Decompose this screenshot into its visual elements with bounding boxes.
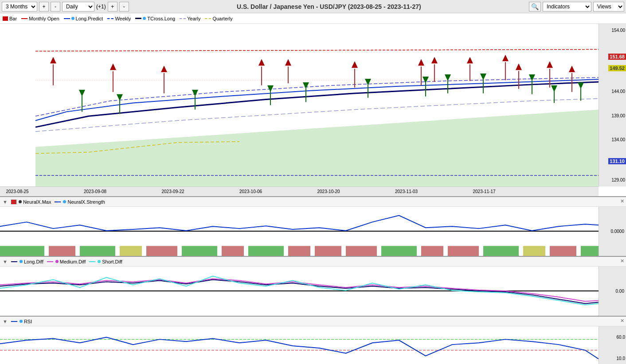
mediumdiff-icon [47, 261, 53, 262]
svg-marker-4 [110, 63, 116, 70]
time-label-6: 2023-11-03 [395, 189, 418, 194]
svg-rect-61 [222, 246, 244, 256]
time-label-7: 2023-11-17 [473, 189, 496, 194]
svg-rect-66 [381, 246, 417, 256]
neuralxstrength-icon [55, 201, 61, 202]
svg-rect-67 [421, 246, 443, 256]
panel-collapse-neuralx[interactable]: ▼ [3, 199, 8, 205]
svg-rect-59 [146, 246, 177, 256]
price-139: 139.00 [611, 113, 625, 118]
svg-rect-62 [248, 246, 284, 256]
offset-sub-btn[interactable]: - [119, 2, 129, 12]
legend-tcross-label: TCross.Long [147, 16, 175, 21]
panel-close-neuralx[interactable]: ✕ [620, 198, 624, 204]
legend-quarterly-icon [205, 18, 211, 19]
svg-rect-70 [523, 246, 545, 256]
neuralx-price-axis: 0.0000 [599, 207, 626, 256]
rsi-svg [0, 326, 599, 364]
longdiff-icon [11, 261, 17, 262]
neuralxstrength-dot [63, 200, 66, 203]
panel-collapse-rsi[interactable]: ▼ [3, 319, 8, 324]
svg-marker-12 [502, 54, 509, 61]
svg-marker-0 [35, 109, 599, 186]
rsi-legend: ▼ RSI ✕ [0, 317, 626, 326]
diff-legend: ▼ Long.Diff Medium.Diff Short.Diff ✕ [0, 257, 626, 267]
legend-longpredict-dot [71, 17, 74, 20]
panel-collapse-diff[interactable]: ▼ [3, 259, 8, 264]
legend-long-predict: Long.Predict [64, 16, 103, 21]
legend-rsi: RSI [11, 319, 32, 324]
svg-line-1 [35, 50, 599, 51]
svg-marker-6 [258, 59, 265, 66]
rsi-10-label: 10.0 [617, 356, 625, 361]
time-label-1: 2023-08-25 [6, 189, 29, 194]
legend-neuralxmax: NeuralX.Max [11, 199, 51, 205]
svg-rect-57 [80, 246, 115, 256]
neuralx-svg [0, 207, 599, 256]
rsi-dot [20, 320, 23, 323]
views-select[interactable]: Views [593, 2, 624, 12]
time-axis: 2023-08-25 2023-09-08 2023-09-22 2023-10… [0, 186, 599, 196]
panel-close-diff[interactable]: ✕ [620, 258, 624, 264]
legend-weekly-icon [107, 18, 113, 19]
time-label-2: 2023-09-08 [84, 189, 106, 194]
rsi-price-axis: 60.0 10.0 [599, 326, 626, 364]
neuralx-panel: ▼ NeuralX.Max NeuralX.Strength ✕ [0, 197, 626, 257]
rsi-icon [11, 321, 17, 322]
diff-svg [0, 267, 599, 316]
legend-bar: Bar [3, 16, 17, 21]
neuralxmax-dot [19, 200, 22, 203]
period-sub-btn[interactable]: - [51, 2, 60, 12]
rsi-chart-area[interactable] [0, 326, 599, 364]
svg-rect-55 [0, 246, 44, 256]
legend-yearly: Yearly [180, 16, 200, 21]
legend-tcross-dot [143, 17, 146, 20]
longdiff-dot [20, 260, 23, 263]
interval-select[interactable]: Daily Weekly Monthly [62, 2, 94, 12]
search-btn[interactable]: 🔍 [529, 2, 541, 12]
period-select[interactable]: 3 Months 1 Day 1 Week 1 Month 6 Months 1… [2, 2, 37, 12]
legend-weekly: Weekly [107, 16, 131, 21]
svg-marker-14 [547, 61, 553, 68]
svg-rect-69 [483, 246, 519, 256]
legend-mediumdiff: Medium.Diff [47, 259, 86, 264]
toolbar: 3 Months 1 Day 1 Week 1 Month 6 Months 1… [0, 0, 626, 13]
rsi-panel: ▼ RSI ✕ 60.0 10.0 [0, 317, 626, 364]
diff-chart-area[interactable] [0, 267, 599, 316]
neuralx-chart-area[interactable] [0, 207, 599, 256]
price-axis: 154.00 151.68 149.52 144.00 139.00 134.0… [599, 24, 626, 186]
offset-add-btn[interactable]: + [108, 2, 117, 12]
price-154: 154.00 [611, 28, 625, 33]
legend-longpredict-label: Long.Predict [76, 16, 103, 21]
svg-marker-3 [50, 57, 56, 63]
legend-longdiff: Long.Diff [11, 259, 43, 264]
svg-marker-15 [569, 66, 575, 72]
price-129: 129.00 [611, 178, 625, 182]
svg-rect-68 [448, 246, 479, 256]
period-add-btn[interactable]: + [39, 2, 49, 12]
indicators-select[interactable]: Indicators [543, 2, 591, 12]
legend-longpredict-icon [64, 18, 70, 19]
legend-neuralxstrength: NeuralX.Strength [55, 199, 105, 205]
legend-bar-icon [3, 16, 8, 21]
svg-rect-64 [315, 246, 341, 256]
legend-shortdiff: Short.Diff [89, 259, 122, 264]
longdiff-label: Long.Diff [24, 259, 43, 264]
mediumdiff-dot [55, 260, 59, 263]
diff-price-axis: 0.00 [599, 267, 626, 316]
panel-close-rsi[interactable]: ✕ [620, 318, 624, 324]
price-badge-blue: 131.10 [608, 158, 626, 164]
legend-monthly-open: Monthly Open [21, 16, 59, 21]
svg-marker-8 [352, 61, 358, 68]
shortdiff-label: Short.Diff [102, 259, 122, 264]
main-chart-area[interactable] [0, 24, 599, 186]
legend-tcross: TCross.Long [135, 16, 175, 21]
svg-rect-56 [49, 246, 75, 256]
neuralx-legend: ▼ NeuralX.Max NeuralX.Strength ✕ [0, 197, 626, 207]
time-label-4: 2023-10-06 [239, 189, 262, 194]
offset-label: (+1) [96, 4, 106, 10]
svg-marker-10 [431, 57, 438, 63]
legend-quarterly-label: Quarterly [212, 16, 232, 21]
main-legend: Bar Monthly Open Long.Predict Weekly TCr… [0, 13, 626, 24]
legend-weekly-label: Weekly [115, 16, 131, 21]
